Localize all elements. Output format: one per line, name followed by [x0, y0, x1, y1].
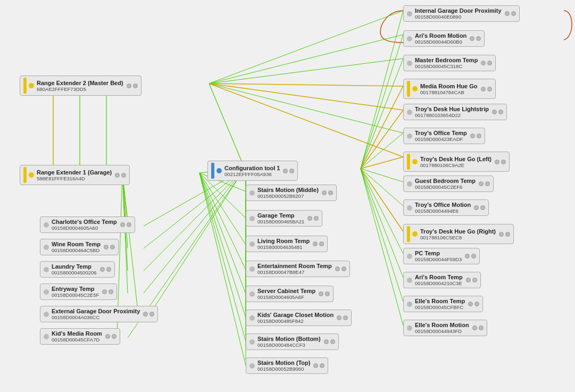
node-indicator: [407, 11, 412, 16]
troys-desk-hue-right[interactable]: Troy's Desk Hue Go (Right) 001788106C5EC…: [403, 224, 514, 244]
elles-room-motion[interactable]: Elle's Room Motion 00158D00044943FD: [403, 320, 487, 336]
dot: [468, 302, 473, 306]
troys-desk-hue-left[interactable]: Troy's Desk Hue Go (Left) 0017880106C9A2…: [403, 152, 510, 172]
node-indicator: [44, 267, 49, 272]
media-room-hue-go[interactable]: Media Room Hue Go 001788104784CAB: [403, 79, 496, 99]
wine-room-temp[interactable]: Wine Room Temp 00158D000464C5BD: [40, 239, 119, 255]
dot: [505, 11, 510, 16]
range-extender-1[interactable]: Range Extender 1 (Garage) 588E81FFFE316A…: [20, 165, 130, 185]
node-text: Ari's Room Temp 00158D0004210C3E: [415, 274, 463, 286]
node-name: Living Room Temp: [257, 238, 310, 244]
node-text: Elle's Room Motion 00158D00044943FD: [415, 322, 469, 334]
node-name: Troy's Desk Hue Go (Left): [420, 156, 491, 162]
node-dots: [143, 312, 154, 316]
node-name: Configuration tool 1: [224, 165, 280, 171]
node-bar: [407, 226, 410, 242]
living-room-temp[interactable]: Living Room Temp 0015800004635481: [246, 236, 328, 252]
node-text: Elle's Room Temp 00158D00045CFBFC: [415, 298, 465, 310]
dot: [133, 84, 138, 88]
dot: [472, 278, 477, 282]
node-text: Ari's Room Motion 00158D00044D60B0: [415, 32, 466, 45]
node-indicator: [216, 168, 222, 173]
node-id: 00158D00052B6207: [257, 193, 319, 199]
dot: [322, 190, 327, 195]
node-id: 00158D0004494E6: [415, 208, 471, 214]
dot: [121, 173, 126, 178]
node-id: 588E81FFFE316A4D: [37, 176, 112, 181]
node-id: 00158D0004A036CC: [52, 314, 140, 320]
aris-room-motion[interactable]: Ari's Room Motion 00158D00044D60B0: [403, 30, 485, 47]
dot: [105, 334, 110, 339]
node-dots: [104, 245, 115, 249]
dot: [501, 160, 506, 164]
dot: [466, 278, 471, 282]
node-dots: [105, 334, 116, 339]
kids-garage-closet[interactable]: Kids' Garage Closet Motion 00158D000485F…: [246, 310, 352, 326]
svg-line-19: [361, 110, 403, 169]
node-name: Entryway Temp: [52, 286, 99, 292]
garage-temp[interactable]: Garage Temp 00158D000465BA21: [246, 210, 322, 227]
dot: [505, 232, 510, 237]
kids-media-room[interactable]: Kid's Media Room 00158D00045CFA7D: [40, 328, 120, 345]
config-tool-1[interactable]: Configuration tool 1 00212EFFFF05A936: [207, 161, 298, 181]
node-indicator: [44, 312, 49, 317]
dot: [320, 363, 324, 368]
stairs-motion-middle[interactable]: Stairs Motion (Middle) 00158D00052B6207: [246, 185, 337, 201]
guest-bedroom-temp[interactable]: Guest Bedroom Temp 00158D00045C2EF6: [403, 176, 494, 192]
laundry-temp[interactable]: Laundry Temp 0015800004500206: [40, 261, 115, 278]
svg-line-15: [361, 11, 403, 169]
troys-office-temp[interactable]: Troy's Office Temp 00158D000423EADF: [403, 128, 485, 144]
node-dots: [465, 254, 476, 258]
node-id: 00158D000484CCF3: [257, 342, 321, 348]
stairs-motion-bottom[interactable]: Stairs Motion (Bottom) 00158D000484CCF3: [246, 333, 339, 350]
external-garage-door[interactable]: External Garage Door Proximity 00158D000…: [40, 306, 158, 322]
node-name: Ari's Room Temp: [415, 274, 463, 280]
node-name: Master Bedroom Temp: [415, 57, 478, 63]
elles-room-temp[interactable]: Elle's Room Temp 00158D00045CFBFC: [403, 296, 483, 312]
node-dots: [115, 173, 126, 178]
node-bar: [211, 163, 214, 179]
aris-room-temp[interactable]: Ari's Room Temp 00158D0004210C3E: [403, 272, 481, 288]
entertainment-room-temp[interactable]: Entertainment Room Temp 00158D00047B8E47: [246, 261, 350, 277]
dot: [495, 160, 499, 164]
entryway-temp[interactable]: Entryway Temp 00158D00045C2E5F: [40, 283, 117, 300]
node-text: Internal Garage Door Proximity 00158D000…: [415, 7, 502, 20]
node-indicator: [44, 334, 49, 339]
node-bar: [23, 78, 27, 94]
node-dots: [474, 205, 485, 210]
node-indicator: [407, 181, 412, 187]
troys-office-motion[interactable]: Troy's Office Motion 00158D0004494E6: [403, 199, 489, 216]
svg-line-0: [209, 84, 245, 169]
node-indicator: [44, 245, 49, 250]
svg-line-51: [122, 173, 138, 315]
node-id: 680AE2FFFEF73DD5: [37, 86, 123, 92]
dot: [109, 289, 113, 294]
troys-desk-lightstrip[interactable]: Troy's Desk Hue Lightstrip 0017880103654…: [403, 104, 507, 120]
svg-line-27: [361, 169, 403, 302]
node-indicator: [412, 86, 418, 91]
range-extender-2[interactable]: Range Extender 2 (Master Bed) 680AE2FFFE…: [20, 76, 141, 96]
node-id: 00158D000485F842: [257, 318, 334, 324]
internal-garage-door[interactable]: Internal Garage Door Proximity 00158D000…: [403, 5, 520, 22]
dot: [479, 181, 484, 186]
svg-line-21: [361, 157, 403, 169]
node-dots: [470, 134, 481, 138]
node-dots: [505, 11, 516, 16]
node-dots: [481, 61, 492, 65]
master-bedroom-temp[interactable]: Master Bedroom Temp 00158D00045C318C: [403, 55, 496, 71]
node-dots: [100, 267, 111, 272]
pc-temp[interactable]: PC Temp 00158D00044F59D3: [403, 248, 480, 264]
dot: [127, 222, 131, 227]
charlottes-office-temp[interactable]: Charlotte's Office Temp 00158D0004605A60: [40, 216, 135, 233]
dot: [102, 289, 107, 294]
stairs-motion-top[interactable]: Stairs Motion (Top) 00158D00052B9060: [246, 357, 328, 374]
node-text: Kid's Media Room 00158D00045CFA7D: [52, 330, 102, 343]
dot: [112, 334, 116, 339]
dot: [104, 245, 109, 249]
node-name: Range Extender 2 (Master Bed): [37, 80, 123, 86]
server-cabinet-temp[interactable]: Server Cabinet Temp 00158D0004605A6F: [246, 286, 334, 302]
svg-line-6: [149, 169, 245, 315]
node-name: Internal Garage Door Proximity: [415, 7, 502, 14]
dot: [474, 302, 479, 306]
node-text: Troy's Desk Hue Go (Right) 001788106C5EC…: [420, 228, 496, 240]
